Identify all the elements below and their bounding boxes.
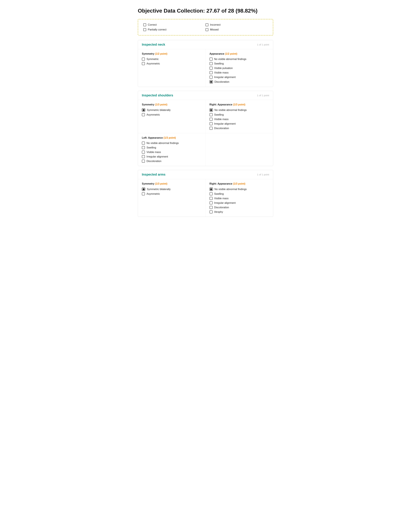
subsection-title-shoulders-1-0: Left: Appearance (1/3 point) xyxy=(142,136,202,139)
checkbox-arms-0-1-2[interactable] xyxy=(210,197,213,200)
col-shoulders-0-1: Right: Appearance (1/3 point)No visible … xyxy=(206,100,273,133)
list-item: Irregular alignment xyxy=(210,122,269,125)
option-label-shoulders-0-1-1: Swelling xyxy=(214,113,224,116)
partially-correct-checkbox[interactable] xyxy=(143,28,146,31)
checkbox-shoulders-0-0-1[interactable] xyxy=(142,113,145,116)
section-shoulders: Inspected shoulders1 of 1 pointSymmetry … xyxy=(138,91,273,166)
section-points-arms: 1 of 1 point xyxy=(257,173,269,176)
option-label-neck-0-1-1: Swelling xyxy=(214,62,224,65)
legend-missed: Missed xyxy=(206,28,268,31)
checkbox-arms-0-1-1[interactable] xyxy=(210,192,213,195)
col-shoulders-0-0: Symmetry (1/3 point)Symmetric bilaterall… xyxy=(138,100,206,133)
list-item: Symmetric xyxy=(142,57,202,61)
option-label-shoulders-1-0-4: Discoloration xyxy=(147,160,161,163)
subsection-pts-arms-0-1: (1/3 point) xyxy=(233,182,245,185)
option-label-arms-0-1-4: Discoloration xyxy=(214,206,229,209)
option-label-neck-0-1-5: Discoloration xyxy=(215,80,229,83)
subsection-title-neck-0-1: Appearance (1/2 point) xyxy=(210,52,269,55)
subsection-pts-shoulders-1-0: (1/3 point) xyxy=(164,136,176,139)
list-item: No visible abnormal findings xyxy=(210,188,269,191)
option-label-shoulders-1-0-0: No visible abnormal findings xyxy=(147,142,179,145)
checkbox-shoulders-0-1-2[interactable] xyxy=(210,118,213,121)
option-label-neck-0-0-0: Symmetric xyxy=(147,58,159,61)
checkbox-shoulders-1-0-1[interactable] xyxy=(142,146,145,149)
option-label-arms-0-1-5: Atrophy xyxy=(214,210,223,213)
subsection-pts-shoulders-0-1: (1/3 point) xyxy=(233,103,245,106)
checkbox-neck-0-0-1[interactable] xyxy=(142,62,145,65)
checkbox-shoulders-0-0-0[interactable] xyxy=(142,108,145,112)
checkbox-shoulders-0-1-4[interactable] xyxy=(210,127,213,130)
legend-col-left: Correct Partially correct xyxy=(143,23,206,31)
section-body-arms: Symmetry (1/3 point)Symmetric bilaterall… xyxy=(138,179,273,217)
list-item: Visible mass xyxy=(210,118,269,121)
legend-col-right: Incorrect Missed xyxy=(206,23,268,31)
list-item: Asymmetric xyxy=(142,192,202,195)
section-points-neck: 1 of 1 point xyxy=(257,43,269,46)
checkbox-shoulders-1-0-3[interactable] xyxy=(142,155,145,158)
option-label-arms-0-0-1: Asymmetric xyxy=(147,192,160,195)
subsection-title-arms-0-0: Symmetry (1/3 point) xyxy=(142,182,202,185)
section-arms: Inspected arms1 of 1 pointSymmetry (1/3 … xyxy=(138,170,273,217)
list-item: Irregular alignment xyxy=(210,201,269,204)
legend-incorrect: Incorrect xyxy=(206,23,268,27)
option-label-neck-0-0-1: Asymmetric xyxy=(147,62,160,65)
legend-partially: Partially correct xyxy=(143,28,206,31)
checkbox-arms-0-1-4[interactable] xyxy=(210,206,213,209)
option-label-shoulders-0-1-2: Visible mass xyxy=(214,118,229,121)
col-shoulders-1-1 xyxy=(206,133,273,166)
col-arms-0-0: Symmetry (1/3 point)Symmetric bilaterall… xyxy=(138,179,206,217)
subsection-title-arms-0-1: Right: Appearance (1/3 point) xyxy=(210,182,269,185)
option-label-shoulders-1-0-1: Swelling xyxy=(147,146,156,149)
list-item: Visible pulsation xyxy=(210,66,269,70)
option-label-shoulders-1-0-3: Irregular alignment xyxy=(147,155,168,158)
section-header-neck: Inspected neck1 of 1 point xyxy=(138,40,273,49)
page-title: Objective Data Collection: 27.67 of 28 (… xyxy=(138,8,273,14)
checkbox-shoulders-0-1-0[interactable] xyxy=(210,108,213,112)
col-shoulders-1-0: Left: Appearance (1/3 point)No visible a… xyxy=(138,133,206,166)
col-neck-0-1: Appearance (1/2 point)No visible abnorma… xyxy=(206,49,273,87)
missed-checkbox[interactable] xyxy=(206,28,208,31)
list-item: Symmetric bilaterally xyxy=(142,188,202,191)
checkbox-shoulders-0-1-3[interactable] xyxy=(210,122,213,125)
section-title-shoulders: Inspected shoulders xyxy=(142,94,173,97)
list-item: No visible abnormal findings xyxy=(210,57,269,61)
checkbox-neck-0-1-3[interactable] xyxy=(210,71,213,74)
subsection-title-shoulders-0-1: Right: Appearance (1/3 point) xyxy=(210,103,269,106)
checkbox-neck-0-1-4[interactable] xyxy=(210,76,213,79)
list-item: Discoloration xyxy=(210,206,269,209)
option-label-neck-0-1-0: No visible abnormal findings xyxy=(214,58,246,61)
incorrect-checkbox[interactable] xyxy=(206,23,208,26)
option-list-shoulders-1-0: No visible abnormal findingsSwellingVisi… xyxy=(142,142,202,163)
checkbox-arms-0-0-0[interactable] xyxy=(142,188,145,191)
subsection-pts-neck-0-1: (1/2 point) xyxy=(225,52,237,55)
checkbox-neck-0-1-2[interactable] xyxy=(210,66,213,70)
subsection-title-shoulders-0-0: Symmetry (1/3 point) xyxy=(142,103,202,106)
checkbox-shoulders-1-0-2[interactable] xyxy=(142,151,145,154)
checkbox-neck-0-1-1[interactable] xyxy=(210,62,213,65)
correct-label: Correct xyxy=(148,23,157,27)
checkbox-arms-0-0-1[interactable] xyxy=(142,192,145,195)
checkbox-arms-0-1-3[interactable] xyxy=(210,201,213,204)
section-header-shoulders: Inspected shoulders1 of 1 point xyxy=(138,91,273,100)
correct-checkbox[interactable] xyxy=(143,23,146,26)
option-label-neck-0-1-4: Irregular alignment xyxy=(214,76,236,79)
missed-label: Missed xyxy=(210,28,219,31)
list-item: Symmetric bilaterally xyxy=(142,108,202,112)
legend-box: Correct Partially correct Incorrect Miss… xyxy=(138,19,273,36)
legend-correct: Correct xyxy=(143,23,206,27)
option-list-arms-0-1: No visible abnormal findingsSwellingVisi… xyxy=(210,188,269,213)
checkbox-neck-0-0-0[interactable] xyxy=(142,57,145,61)
option-label-neck-0-1-2: Visible pulsation xyxy=(214,67,233,70)
option-label-shoulders-0-0-1: Asymmetric xyxy=(147,113,160,116)
checkbox-arms-0-1-5[interactable] xyxy=(210,210,213,213)
row-neck-0: Symmetry (1/2 point)SymmetricAsymmetricA… xyxy=(138,49,273,87)
checkbox-shoulders-0-1-1[interactable] xyxy=(210,113,213,116)
checkbox-shoulders-1-0-0[interactable] xyxy=(142,142,145,145)
checkbox-shoulders-1-0-4[interactable] xyxy=(142,160,145,163)
list-item: Visible mass xyxy=(210,71,269,74)
checkbox-neck-0-1-5[interactable] xyxy=(210,80,213,84)
list-item: Irregular alignment xyxy=(210,76,269,79)
checkbox-arms-0-1-0[interactable] xyxy=(210,188,213,191)
checkbox-neck-0-1-0[interactable] xyxy=(210,57,213,61)
col-neck-0-0: Symmetry (1/2 point)SymmetricAsymmetric xyxy=(138,49,206,87)
